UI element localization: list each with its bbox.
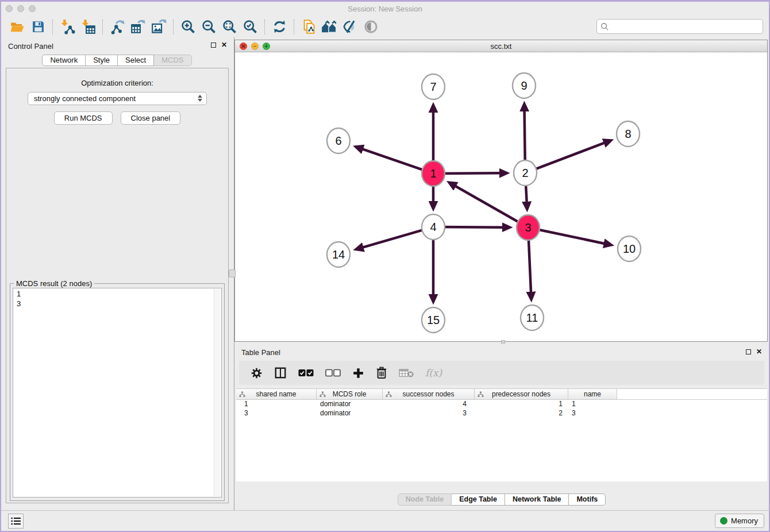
mcds-result-text: 1 3 xyxy=(13,288,221,309)
zoom-in-icon[interactable] xyxy=(179,19,197,35)
application-window: Session: New Session xyxy=(0,0,770,532)
close-panel-button[interactable]: Close panel xyxy=(121,111,181,125)
column-header-successor-nodes[interactable]: successor nodes xyxy=(383,389,475,399)
close-panel-icon[interactable]: ✕ xyxy=(221,42,227,48)
result-scrollbar[interactable] xyxy=(214,289,221,496)
export-image-icon[interactable] xyxy=(150,19,167,35)
delete-columns-icon[interactable] xyxy=(376,365,387,380)
search-box[interactable] xyxy=(596,19,763,34)
memory-button[interactable]: Memory xyxy=(715,514,764,528)
tab-network[interactable]: Network xyxy=(42,55,86,66)
fx-label: f(x) xyxy=(425,367,442,379)
apply-preferred-layout-icon[interactable] xyxy=(271,19,288,35)
import-table-from-file-icon[interactable] xyxy=(79,19,97,35)
network-close-icon[interactable]: ✕ xyxy=(240,43,247,50)
memory-label: Memory xyxy=(731,516,758,525)
select-all-columns-icon[interactable] xyxy=(298,365,314,380)
edge-2-8[interactable] xyxy=(528,143,605,172)
mcds-tab-pane: Optimization criterion: strongly connect… xyxy=(6,68,229,503)
tab-select[interactable]: Select xyxy=(118,55,154,66)
toolbar-separator xyxy=(264,20,265,34)
tab-edge-table[interactable]: Edge Table xyxy=(452,494,505,506)
tab-mcds[interactable]: MCDS xyxy=(154,55,191,66)
main-toolbar xyxy=(1,16,769,37)
window-controls xyxy=(6,5,36,12)
table-panel-title: Table Panel xyxy=(241,348,280,357)
graph-node-label-8: 8 xyxy=(625,128,631,140)
mcds-result-group: MCDS result (2 nodes) 1 3 xyxy=(10,283,225,501)
task-history-button[interactable] xyxy=(8,514,24,529)
delete-table-icon[interactable] xyxy=(399,365,414,380)
close-table-panel-icon[interactable]: ✕ xyxy=(756,349,762,354)
zoom-selected-region-icon[interactable] xyxy=(241,19,259,35)
network-minimize-icon[interactable]: − xyxy=(251,43,259,50)
network-maximize-icon[interactable]: + xyxy=(263,43,270,50)
table-row[interactable]: 1dominator411 xyxy=(236,400,767,409)
table-cell: 1 xyxy=(568,400,617,409)
edge-3-1[interactable] xyxy=(455,186,526,226)
toolbar-separator xyxy=(294,20,294,34)
table-cell: 4 xyxy=(383,400,475,409)
table-cell: 3 xyxy=(236,409,317,418)
save-session-icon[interactable] xyxy=(29,19,47,35)
export-network-icon[interactable] xyxy=(109,19,126,35)
toolbar-separator xyxy=(173,20,174,34)
column-header-mcds-role[interactable]: MCDS role xyxy=(317,389,383,399)
tab-network-table[interactable]: Network Table xyxy=(505,494,569,506)
function-builder-icon[interactable]: f(x) xyxy=(425,365,442,380)
control-panel: Control Panel ✕ NetworkStyleSelectMCDS O… xyxy=(1,37,233,510)
control-panel-title: Control Panel xyxy=(8,42,53,51)
graph-node-label-11: 11 xyxy=(526,311,538,324)
zoom-fit-content-icon[interactable] xyxy=(221,19,238,35)
select-spinner-icon xyxy=(198,95,202,102)
graph-node-label-1: 1 xyxy=(430,167,436,180)
import-network-from-file-icon[interactable] xyxy=(59,19,76,35)
graph-node-label-4: 4 xyxy=(430,221,436,233)
unselect-all-columns-icon[interactable] xyxy=(325,365,341,380)
tab-style[interactable]: Style xyxy=(86,55,118,66)
table-row[interactable]: 3dominator323 xyxy=(236,409,767,418)
column-settings-icon[interactable] xyxy=(251,365,263,380)
maximize-window-button[interactable] xyxy=(29,5,36,12)
search-icon xyxy=(600,22,609,31)
mcds-result-area[interactable]: 1 3 xyxy=(13,288,222,498)
float-table-panel-icon[interactable] xyxy=(746,349,751,354)
tab-motifs[interactable]: Motifs xyxy=(569,494,606,506)
network-window-title: scc.txt xyxy=(491,42,512,51)
tab-node-table[interactable]: Node Table xyxy=(398,494,452,506)
window-title: Session: New Session xyxy=(1,5,769,13)
list-icon xyxy=(11,516,21,526)
open-session-icon[interactable] xyxy=(9,19,26,35)
show-hide-style-icon[interactable] xyxy=(341,19,359,35)
table-body: 1dominator4113dominator323 xyxy=(236,400,767,418)
network-canvas[interactable]: 7968124314101511 xyxy=(235,53,767,341)
zoom-out-icon[interactable] xyxy=(200,19,217,35)
column-header-name[interactable]: name xyxy=(568,389,617,399)
minimize-window-button[interactable] xyxy=(17,5,24,12)
optimization-criterion-select[interactable]: strongly connected component xyxy=(28,92,207,105)
graph-node-label-2: 2 xyxy=(522,167,528,179)
splitter-handle[interactable] xyxy=(229,269,236,277)
edge-1-6[interactable] xyxy=(363,149,432,172)
close-window-button[interactable] xyxy=(6,5,13,12)
show-columns-icon[interactable] xyxy=(274,365,287,380)
graph-node-label-14: 14 xyxy=(332,248,345,261)
edge-3-10[interactable] xyxy=(530,228,605,244)
export-table-icon[interactable] xyxy=(129,19,147,35)
edge-4-14[interactable] xyxy=(363,228,431,248)
node-table: shared nameMCDS rolesuccessor nodesprede… xyxy=(236,388,767,481)
table-cell: 2 xyxy=(475,409,568,418)
show-hide-graphics-details-icon[interactable] xyxy=(362,19,379,35)
clone-current-network-icon[interactable] xyxy=(300,19,317,35)
search-input[interactable] xyxy=(611,21,763,32)
status-bar: Memory xyxy=(1,510,769,531)
first-neighbors-icon[interactable] xyxy=(321,19,338,35)
column-header-predecessor-nodes[interactable]: predecessor nodes xyxy=(475,389,568,399)
create-column-icon[interactable] xyxy=(352,365,364,380)
float-panel-icon[interactable] xyxy=(211,43,216,48)
graph-node-label-6: 6 xyxy=(335,134,341,147)
edge-4-3[interactable] xyxy=(436,227,503,228)
column-header-shared-name[interactable]: shared name xyxy=(236,389,317,399)
optimization-criterion-label: Optimization criterion: xyxy=(6,79,228,87)
run-mcds-button[interactable]: Run MCDS xyxy=(54,111,113,125)
